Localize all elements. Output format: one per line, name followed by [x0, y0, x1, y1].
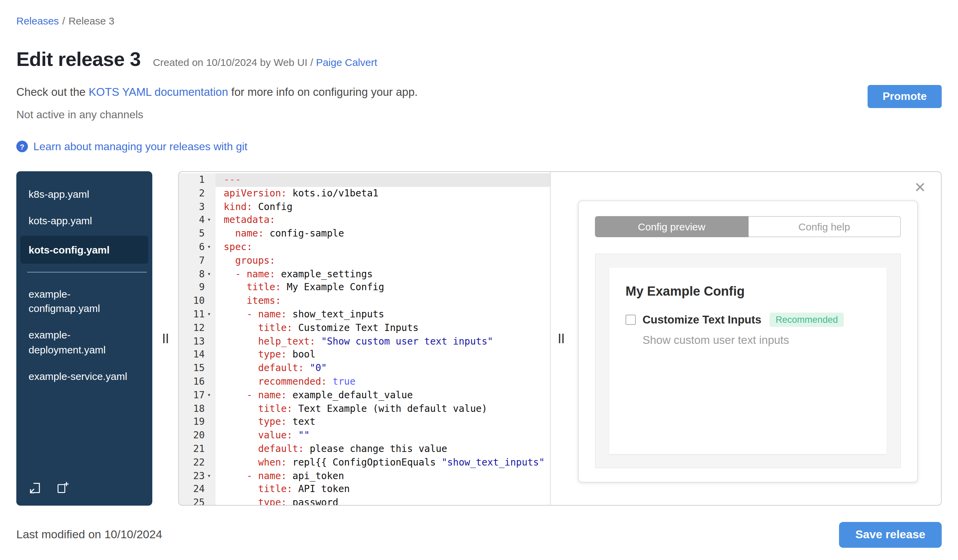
config-preview-body: My Example Config Customize Text Inputs … — [595, 253, 901, 468]
line-number: 20 — [179, 429, 216, 443]
code-line[interactable]: 5 name: config-sample — [179, 227, 550, 240]
fold-toggle-icon[interactable]: ▾ — [205, 240, 214, 254]
code-line[interactable]: 6▾spec: — [179, 240, 550, 254]
footer: Last modified on 10/10/2024 Save release — [16, 522, 942, 548]
code-line-text: title: API token — [216, 483, 550, 497]
fold-toggle-icon[interactable]: ▾ — [205, 469, 214, 483]
code-line-text: title: My Example Config — [216, 281, 550, 294]
line-number: 6▾ — [179, 240, 216, 254]
code-line[interactable]: 22 when: repl{{ ConfigOptionEquals "show… — [179, 456, 550, 469]
line-number: 2 — [179, 187, 216, 201]
code-line[interactable]: 16 recommended: true — [179, 375, 550, 389]
code-line-text: spec: — [216, 240, 550, 254]
created-meta: Created on 10/10/2024 by Web UI / Paige … — [153, 56, 377, 68]
code-line-text: items: — [216, 294, 550, 308]
code-line[interactable]: 1--- — [179, 173, 550, 187]
help-row: ? Learn about managing your releases wit… — [16, 139, 942, 153]
fold-toggle-icon[interactable]: ▾ — [205, 214, 214, 227]
code-line-text: recommended: true — [216, 375, 550, 389]
code-line-text: - name: show_text_inputs — [216, 308, 550, 321]
code-line-text: kind: Config — [216, 200, 550, 214]
code-editor-lines: 1---2apiVersion: kots.io/v1beta13kind: C… — [179, 173, 550, 505]
promote-button[interactable]: Promote — [868, 85, 942, 108]
close-icon: ✕ — [914, 179, 926, 195]
code-line[interactable]: 18 title: Text Example (with default val… — [179, 402, 550, 416]
config-preview-panel: ✕ Config previewConfig help My Example C… — [550, 172, 941, 505]
config-group-title: My Example Config — [625, 284, 870, 299]
sidebar-resize-handle[interactable] — [163, 334, 168, 343]
code-line[interactable]: 21 default: please change this value — [179, 443, 550, 456]
line-number: 3 — [179, 200, 216, 214]
file-tree-item[interactable]: example-configmap.yaml — [16, 281, 152, 322]
code-line-text: - name: example_settings — [216, 267, 550, 281]
code-line[interactable]: 11▾ - name: show_text_inputs — [179, 308, 550, 321]
code-line[interactable]: 23▾ - name: api_token — [179, 469, 550, 483]
code-line[interactable]: 12 title: Customize Text Inputs — [179, 321, 550, 335]
code-line[interactable]: 25 type: password — [179, 496, 550, 505]
kots-docs-link[interactable]: KOTS YAML documentation — [89, 85, 228, 98]
question-icon: ? — [16, 141, 28, 152]
fold-toggle-icon[interactable]: ▾ — [205, 267, 214, 281]
code-line[interactable]: 20 value: "" — [179, 429, 550, 443]
code-line[interactable]: 2apiVersion: kots.io/v1beta1 — [179, 187, 550, 201]
line-number: 23▾ — [179, 469, 216, 483]
code-line-text: apiVersion: kots.io/v1beta1 — [216, 187, 550, 201]
file-tree-item[interactable]: example-deployment.yaml — [16, 322, 152, 363]
save-release-button[interactable]: Save release — [839, 522, 942, 548]
fold-toggle-icon[interactable]: ▾ — [205, 308, 214, 321]
code-line-text: name: config-sample — [216, 227, 550, 240]
doc-line-suffix: for more info on configuring your app. — [228, 85, 418, 98]
preview-tabs: Config previewConfig help — [595, 216, 901, 237]
code-line-text: --- — [216, 173, 550, 187]
new-file-icon — [56, 481, 69, 495]
line-number: 4▾ — [179, 214, 216, 227]
code-line[interactable]: 13 help_text: "Show custom user text inp… — [179, 335, 550, 348]
file-tree-item[interactable]: kots-app.yaml — [16, 207, 152, 234]
code-line-text: type: bool — [216, 348, 550, 362]
code-line-text: default: please change this value — [216, 443, 550, 456]
line-number: 10 — [179, 294, 216, 308]
doc-line: Check out the KOTS YAML documentation fo… — [16, 85, 418, 99]
code-line[interactable]: 7 groups: — [179, 254, 550, 268]
breadcrumb: Releases/Release 3 — [16, 15, 942, 27]
code-line[interactable]: 19 type: text — [179, 416, 550, 429]
code-editor[interactable]: 1---2apiVersion: kots.io/v1beta13kind: C… — [179, 172, 550, 505]
code-line[interactable]: 9 title: My Example Config — [179, 281, 550, 294]
code-line[interactable]: 10 items: — [179, 294, 550, 308]
file-sidebar: k8s-app.yamlkots-app.yamlkots-config.yam… — [16, 171, 152, 506]
config-group-card: My Example Config Customize Text Inputs … — [609, 268, 887, 454]
fold-toggle-icon[interactable]: ▾ — [205, 389, 214, 402]
code-line[interactable]: 8▾ - name: example_settings — [179, 267, 550, 281]
editor-panel: 1---2apiVersion: kots.io/v1beta13kind: C… — [178, 171, 942, 506]
import-file-button[interactable] — [27, 480, 43, 496]
tab-config-help[interactable]: Config help — [748, 216, 901, 237]
breadcrumb-current: Release 3 — [68, 15, 114, 27]
tab-config-preview[interactable]: Config preview — [595, 216, 748, 237]
git-releases-help-link[interactable]: Learn about managing your releases with … — [33, 140, 247, 153]
channel-status: Not active in any channels — [16, 108, 418, 122]
preview-resize-handle[interactable] — [559, 334, 564, 343]
code-line[interactable]: 24 title: API token — [179, 483, 550, 497]
created-text: Created on 10/10/2024 by Web UI / — [153, 56, 313, 68]
new-file-button[interactable] — [54, 480, 71, 496]
code-line-text: value: "" — [216, 429, 550, 443]
code-line[interactable]: 17▾ - name: example_default_value — [179, 389, 550, 402]
code-line[interactable]: 14 type: bool — [179, 348, 550, 362]
line-number: 5 — [179, 227, 216, 240]
file-tree-item[interactable]: k8s-app.yaml — [16, 181, 152, 207]
file-list-divider — [27, 272, 147, 272]
config-item-checkbox[interactable] — [625, 315, 636, 325]
author-link[interactable]: Paige Calvert — [316, 56, 377, 68]
file-tree-item[interactable]: kots-config.yaml — [21, 236, 148, 264]
breadcrumb-releases-link[interactable]: Releases — [16, 15, 59, 27]
code-line[interactable]: 15 default: "0" — [179, 362, 550, 375]
code-line-text: groups: — [216, 254, 550, 268]
code-line[interactable]: 3kind: Config — [179, 200, 550, 214]
code-line[interactable]: 4▾metadata: — [179, 214, 550, 227]
line-number: 18 — [179, 402, 216, 416]
line-number: 15 — [179, 362, 216, 375]
page-title: Edit release 3 — [16, 47, 141, 71]
close-preview-button[interactable]: ✕ — [914, 180, 926, 195]
line-number: 19 — [179, 416, 216, 429]
file-tree-item[interactable]: example-service.yaml — [16, 363, 152, 390]
